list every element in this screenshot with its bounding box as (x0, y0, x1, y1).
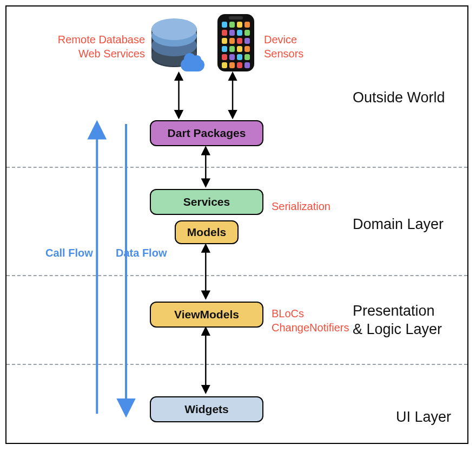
anno-remote-database: Remote Database Web Services (53, 32, 145, 61)
anno-device-line1: Device (264, 34, 297, 45)
anno-remote-db-line2: Web Services (78, 48, 145, 60)
label-presentation-line1: Presentation (353, 303, 435, 319)
phone-app-icon (244, 30, 250, 36)
phone-app-icon (244, 46, 250, 52)
anno-blocs-line2: ChangeNotifiers (272, 322, 349, 334)
phone-app-icon (237, 54, 242, 60)
phone-app-icon (222, 22, 227, 28)
database-icon (151, 18, 200, 73)
anno-remote-db-line1: Remote Database (58, 34, 145, 45)
diagram-frame: Outside World Domain Layer Presentation … (5, 5, 468, 444)
phone-app-icon (222, 62, 227, 68)
phone-app-icon (229, 38, 235, 44)
box-dart-packages: Dart Packages (150, 120, 263, 146)
label-data-flow: Data Flow (116, 247, 167, 259)
phone-app-icon (244, 38, 250, 44)
phone-app-icon (237, 62, 242, 68)
phone-app-icon (229, 54, 235, 60)
anno-serialization: Serialization (272, 199, 330, 213)
divider-1 (6, 167, 467, 168)
phone-app-icon (237, 46, 242, 52)
label-presentation-layer: Presentation & Logic Layer (353, 302, 461, 339)
divider-3 (6, 364, 467, 365)
phone-app-icon (229, 62, 235, 68)
label-ui-layer: UI Layer (396, 408, 451, 427)
phone-app-icon (244, 22, 250, 28)
label-call-flow: Call Flow (45, 247, 93, 259)
label-domain-layer: Domain Layer (353, 215, 444, 234)
phone-app-icon (244, 54, 250, 60)
label-outside-world: Outside World (353, 89, 445, 107)
phone-app-icon (237, 22, 242, 28)
phone-app-icon (237, 30, 242, 36)
box-viewmodels: ViewModels (150, 302, 263, 328)
box-widgets: Widgets (150, 396, 263, 422)
divider-2 (6, 275, 467, 276)
phone-app-icon (229, 30, 235, 36)
phone-app-icon (222, 54, 227, 60)
phone-app-icon (229, 46, 235, 52)
label-presentation-line2: & Logic Layer (353, 321, 442, 337)
phone-app-icon (222, 30, 227, 36)
phone-icon (217, 14, 254, 71)
anno-device-line2: Sensors (264, 48, 303, 60)
box-models: Models (175, 220, 239, 244)
phone-app-icon (244, 62, 250, 68)
phone-app-icon (229, 22, 235, 28)
box-services: Services (150, 189, 263, 215)
anno-blocs-line1: BLoCs (272, 308, 304, 319)
anno-device-sensors: Device Sensors (264, 32, 303, 61)
anno-blocs: BLoCs ChangeNotifiers (272, 306, 349, 335)
phone-app-icon (222, 38, 227, 44)
phone-app-icon (222, 46, 227, 52)
phone-app-icon (237, 38, 242, 44)
